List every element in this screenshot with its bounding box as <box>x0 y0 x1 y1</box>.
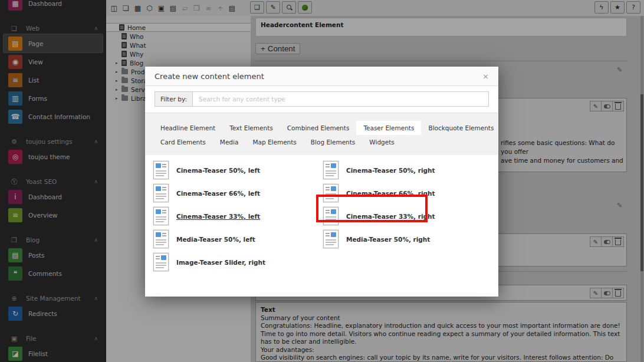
new-content-element-modal: Create new content element × Filter by: … <box>145 67 498 297</box>
content-type-tab[interactable]: Card Elements <box>153 135 213 149</box>
content-element-option[interactable]: Cinema-Teaser 50%, right <box>323 159 493 182</box>
typo3-backend: ▦ Dashboard ❏ Web ∧ ▤ Page ◉ <box>0 0 644 362</box>
content-element-list: Cinema-Teaser 50%, left Cinema-Teaser 50… <box>145 155 498 277</box>
teaser-right-icon <box>323 161 339 179</box>
content-type-tab[interactable]: Blockquote Elements <box>421 121 501 135</box>
search-input[interactable] <box>192 91 489 107</box>
modal-title: Create new content element <box>155 72 482 81</box>
content-element-option[interactable]: Cinema-Teaser 33%, left <box>153 205 323 228</box>
content-type-tab[interactable]: Media <box>213 135 246 149</box>
content-element-option[interactable]: Media-Teaser 50%, right <box>323 228 493 251</box>
content-element-option-label: Cinema-Teaser 50%, right <box>346 167 435 174</box>
teaser-left-icon <box>153 184 169 202</box>
content-type-tab[interactable]: Teaser Elements <box>356 121 421 135</box>
content-type-tab[interactable]: Headline Element <box>153 121 222 135</box>
modal-tabs: Headline Element Text Elements Combined … <box>145 113 498 155</box>
teaser-right-icon <box>323 207 339 225</box>
content-element-option-label: Media-Teaser 50%, left <box>176 236 255 243</box>
content-element-option-label: Cinema-Teaser 66%, right <box>346 190 435 197</box>
modal-header: Create new content element × <box>145 67 498 86</box>
content-element-option[interactable]: Cinema-Teaser 66%, right <box>323 182 493 205</box>
content-element-option-label: Image-Teaser Slider, right <box>176 259 265 266</box>
content-type-tab[interactable]: Map Elements <box>245 135 303 149</box>
content-type-tab[interactable]: Text Elements <box>222 121 280 135</box>
content-element-option[interactable]: Image-Teaser Slider, right <box>153 251 323 274</box>
teaser-left-icon <box>153 230 169 248</box>
content-element-option[interactable]: Cinema-Teaser 66%, left <box>153 182 323 205</box>
content-type-tab[interactable]: Widgets <box>362 135 401 149</box>
close-icon[interactable]: × <box>482 72 489 81</box>
teaser-left-icon <box>153 207 169 225</box>
content-element-option-label: Media-Teaser 50%, right <box>346 236 430 243</box>
content-element-option-label: Cinema-Teaser 33%, right <box>346 213 435 220</box>
content-element-option[interactable]: Cinema-Teaser 33%, right <box>323 205 493 228</box>
filter-label: Filter by: <box>155 91 192 107</box>
teaser-right-icon <box>153 253 169 271</box>
teaser-right-icon <box>323 184 339 202</box>
content-element-option[interactable]: Cinema-Teaser 50%, left <box>153 159 323 182</box>
content-element-option[interactable]: Media-Teaser 50%, left <box>153 228 323 251</box>
teaser-left-icon <box>153 161 169 179</box>
content-element-option-label: Cinema-Teaser 66%, left <box>176 190 260 197</box>
content-element-option-label: Cinema-Teaser 33%, left <box>176 213 260 220</box>
teaser-right-icon <box>323 230 339 248</box>
filter-bar: Filter by: <box>145 86 498 113</box>
content-type-tab[interactable]: Combined Elements <box>280 121 357 135</box>
content-element-option-label: Cinema-Teaser 50%, left <box>176 167 260 174</box>
content-type-tab[interactable]: Blog Elements <box>304 135 363 149</box>
